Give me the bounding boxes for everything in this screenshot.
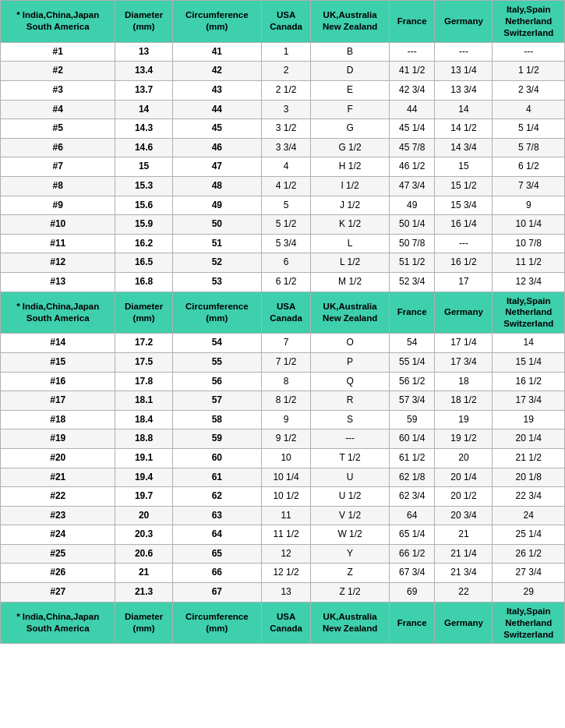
data-cell: W 1/2 [311, 525, 390, 545]
data-cell: 58 [172, 410, 261, 429]
table-row: #815.3484 1/2I 1/247 3/415 1/27 3/4 [1, 176, 565, 196]
data-cell: 17 3/4 [493, 391, 565, 411]
data-cell: 66 1/2 [390, 544, 435, 564]
table-row: #715474H 1/246 1/2156 1/2 [1, 157, 565, 177]
table-row: #614.6463 3/4G 1/245 7/814 3/45 7/8 [1, 138, 565, 157]
data-cell: --- [390, 42, 435, 62]
table-row: #2420.36411 1/2W 1/265 1/42125 1/4 [1, 525, 565, 545]
data-cell: Z 1/2 [311, 583, 390, 603]
data-cell: 25 1/4 [493, 525, 565, 545]
data-cell: 49 [172, 196, 261, 215]
data-cell: 54 [172, 334, 261, 353]
data-cell: 60 [172, 448, 261, 468]
data-cell: 41 [172, 42, 261, 62]
data-cell: 67 [172, 583, 261, 603]
data-cell: 15 [435, 157, 493, 177]
ring-number-cell: #21 [1, 468, 115, 487]
table-row: #514.3453 1/2G45 1/414 1/25 1/4 [1, 119, 565, 139]
sep-diameter: Diameter(mm) [115, 292, 172, 334]
data-cell: 27 3/4 [493, 564, 565, 583]
ring-number-cell: #3 [1, 81, 115, 101]
data-cell: 14 [435, 100, 493, 119]
ring-number-cell: #24 [1, 525, 115, 545]
data-cell: 20.3 [115, 525, 172, 545]
data-cell: E [311, 81, 390, 101]
data-cell: 61 [172, 468, 261, 487]
ring-number-cell: #27 [1, 583, 115, 603]
data-cell: Q [311, 372, 390, 391]
data-cell: G [311, 119, 390, 139]
data-cell: 10 1/2 [261, 487, 310, 507]
data-cell: 17.2 [115, 334, 172, 353]
data-cell: 42 3/4 [390, 81, 435, 101]
data-cell: 57 3/4 [390, 391, 435, 411]
data-cell: 10 7/8 [493, 234, 565, 253]
data-cell: L 1/2 [311, 253, 390, 273]
data-cell: 13.4 [115, 62, 172, 81]
footer-circumference: Circumference(mm) [172, 602, 261, 644]
data-cell: 19.4 [115, 468, 172, 487]
data-cell: 9 [493, 196, 565, 215]
table-row: #1818.4589S591919 [1, 410, 565, 429]
data-cell: 7 [261, 334, 310, 353]
ring-number-cell: #22 [1, 487, 115, 507]
data-cell: 50 [172, 215, 261, 235]
data-cell: 21 3/4 [435, 564, 493, 583]
data-cell: 26 1/2 [493, 544, 565, 564]
data-cell: 17 1/4 [435, 334, 493, 353]
sep-uk-australia: UK,AustraliaNew Zealand [311, 292, 390, 334]
data-cell: 52 3/4 [390, 272, 435, 292]
data-cell: 15 1/2 [435, 176, 493, 196]
ring-number-cell: #17 [1, 391, 115, 411]
data-cell: 14 3/4 [435, 138, 493, 157]
data-cell: 11 1/2 [261, 525, 310, 545]
data-cell: D [311, 62, 390, 81]
data-cell: 21 1/2 [493, 448, 565, 468]
data-cell: 6 1/2 [261, 272, 310, 292]
table-row: #1015.9505 1/2K 1/250 1/416 1/410 1/4 [1, 215, 565, 235]
data-cell: 9 1/2 [261, 429, 310, 449]
data-cell: 60 1/4 [390, 429, 435, 449]
data-cell: 15.9 [115, 215, 172, 235]
data-cell: 17 [435, 272, 493, 292]
data-cell: 17.8 [115, 372, 172, 391]
header-row-1: * India,China,JapanSouth America Diamete… [1, 1, 565, 43]
ring-size-table: * India,China,JapanSouth America Diamete… [0, 0, 565, 644]
data-cell: H 1/2 [311, 157, 390, 177]
data-cell: 21.3 [115, 583, 172, 603]
data-cell: 5 1/4 [493, 119, 565, 139]
data-cell: 16.8 [115, 272, 172, 292]
table-row: #213.4422D41 1/213 1/41 1/2 [1, 62, 565, 81]
data-cell: 57 [172, 391, 261, 411]
ring-number-cell: #18 [1, 410, 115, 429]
table-row: #414443F44144 [1, 100, 565, 119]
data-cell: 21 [115, 564, 172, 583]
ring-number-cell: #19 [1, 429, 115, 449]
footer-india-china: * India,China,JapanSouth America [1, 602, 115, 644]
data-cell: 24 [493, 506, 565, 525]
data-cell: 10 1/4 [261, 468, 310, 487]
data-cell: 62 3/4 [390, 487, 435, 507]
data-cell: 59 [172, 429, 261, 449]
data-cell: L [311, 234, 390, 253]
footer-italy-spain: Italy,SpainNetherlandSwitzerland [493, 602, 565, 644]
data-cell: 43 [172, 81, 261, 101]
data-cell: 64 [172, 525, 261, 545]
data-cell: O [311, 334, 390, 353]
data-cell: 46 [172, 138, 261, 157]
data-cell: 22 [435, 583, 493, 603]
data-cell: 61 1/2 [390, 448, 435, 468]
header-uk-australia: UK,AustraliaNew Zealand [311, 1, 390, 43]
data-cell: 47 [172, 157, 261, 177]
data-cell: 50 7/8 [390, 234, 435, 253]
data-cell: 55 [172, 352, 261, 372]
data-cell: 13 3/4 [435, 81, 493, 101]
data-cell: G 1/2 [311, 138, 390, 157]
table-row: #1316.8536 1/2M 1/252 3/41712 3/4 [1, 272, 565, 292]
data-cell: 4 [493, 100, 565, 119]
ring-number-cell: #16 [1, 372, 115, 391]
footer-diameter: Diameter(mm) [115, 602, 172, 644]
data-cell: 6 1/2 [493, 157, 565, 177]
table-row: #1718.1578 1/2R57 3/418 1/217 3/4 [1, 391, 565, 411]
data-cell: U [311, 468, 390, 487]
